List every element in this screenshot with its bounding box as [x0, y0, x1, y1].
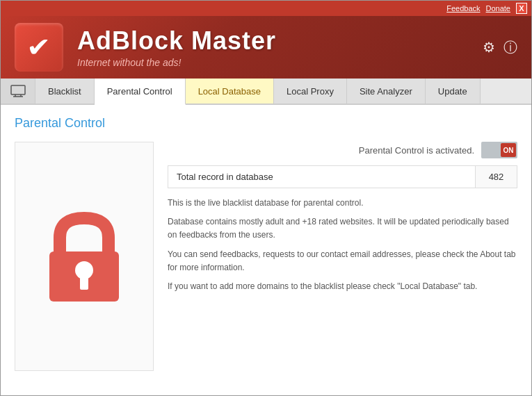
- main-content: Parental Control Parental Control is act…: [1, 105, 531, 396]
- parental-control-toggle[interactable]: ON: [481, 142, 517, 158]
- monitor-icon: [10, 85, 26, 97]
- tab-monitor[interactable]: [1, 79, 35, 104]
- info-text: This is the live blacklist database for …: [168, 197, 517, 293]
- db-label: Total record in database: [168, 166, 475, 188]
- svg-rect-6: [80, 277, 88, 290]
- lock-area: [15, 142, 154, 371]
- database-row: Total record in database 482: [168, 165, 517, 188]
- tab-update[interactable]: Update: [426, 79, 481, 104]
- header-text: AdBlock Master Internet without the ads!: [77, 26, 483, 68]
- header-icons: ⚙ ⓘ: [483, 38, 517, 57]
- app-subtitle: Internet without the ads!: [77, 57, 483, 68]
- tab-blacklist[interactable]: Blacklist: [35, 79, 95, 104]
- app-logo: ✔: [15, 23, 63, 72]
- tab-local-proxy[interactable]: Local Proxy: [274, 79, 347, 104]
- close-button[interactable]: X: [516, 3, 527, 14]
- info-icon[interactable]: ⓘ: [503, 38, 517, 57]
- toggle-row: Parental Control is activated. ON: [168, 142, 517, 158]
- svg-rect-0: [11, 85, 25, 94]
- checkmark-icon: ✔: [26, 34, 51, 60]
- app-header: ✔ AdBlock Master Internet without the ad…: [1, 16, 531, 79]
- info-line-1: This is the live blacklist database for …: [168, 197, 517, 210]
- toggle-state: ON: [503, 147, 514, 154]
- tab-parental-control[interactable]: Parental Control: [95, 79, 186, 105]
- toggle-knob: ON: [501, 143, 516, 157]
- page-title: Parental Control: [15, 116, 517, 131]
- content-body: Parental Control is activated. ON Total …: [15, 142, 517, 371]
- lock-icon: [42, 211, 126, 302]
- app-title: AdBlock Master: [77, 26, 483, 56]
- toggle-label: Parental Control is activated.: [359, 145, 474, 156]
- svg-point-5: [75, 261, 93, 279]
- title-bar: Feedback Donate X: [1, 1, 531, 16]
- donate-link[interactable]: Donate: [486, 4, 510, 13]
- right-panel: Parental Control is activated. ON Total …: [168, 142, 517, 371]
- info-line-4: If you want to add more domains to the b…: [168, 280, 517, 293]
- tab-site-analyzer[interactable]: Site Analyzer: [347, 79, 426, 104]
- tab-local-database[interactable]: Local Database: [186, 79, 274, 104]
- info-line-2: Database contains mostly adult and +18 r…: [168, 215, 517, 242]
- tab-bar: Blacklist Parental Control Local Databas…: [1, 79, 531, 105]
- gear-icon[interactable]: ⚙: [483, 39, 495, 56]
- feedback-link[interactable]: Feedback: [446, 4, 480, 13]
- info-line-3: You can send feedbacks, requests to our …: [168, 248, 517, 274]
- db-value: 482: [475, 166, 517, 188]
